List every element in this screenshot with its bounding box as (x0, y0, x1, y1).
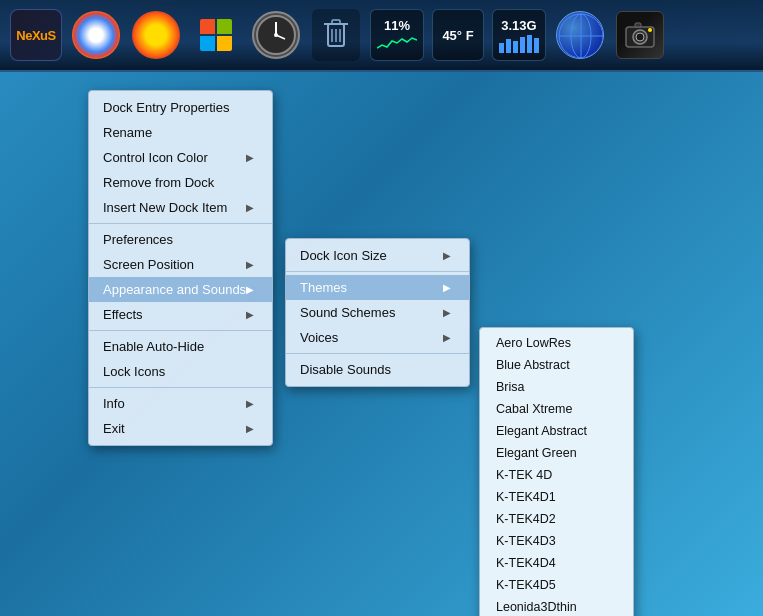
temp-widget[interactable]: 45° F (432, 9, 484, 61)
submenu-voices[interactable]: Voices ▶ (286, 325, 469, 350)
submenu-arrow: ▶ (246, 309, 254, 320)
themes-submenu: Aero LowResBlue AbstractBrisaCabal Xtrem… (479, 327, 634, 616)
themes-list-item[interactable]: Cabal Xtreme (480, 398, 633, 420)
clock-icon[interactable] (250, 9, 302, 61)
themes-list-item[interactable]: Elegant Abstract (480, 420, 633, 442)
globe-icon[interactable] (554, 9, 606, 61)
svg-rect-12 (513, 41, 518, 53)
network-value: 3.13G (501, 18, 536, 33)
separator-a2 (286, 353, 469, 354)
trash-icon[interactable] (310, 9, 362, 61)
firefox-icon[interactable] (130, 9, 182, 61)
themes-list-item[interactable]: Brisa (480, 376, 633, 398)
submenu-arrow: ▶ (443, 282, 451, 293)
menu-lock-icons[interactable]: Lock Icons (89, 359, 272, 384)
network-widget[interactable]: 3.13G (492, 9, 546, 61)
themes-list-item[interactable]: Elegant Green (480, 442, 633, 464)
svg-rect-11 (506, 39, 511, 53)
menu-control-icon-color[interactable]: Control Icon Color ▶ (89, 145, 272, 170)
menu-appearance-and-sounds[interactable]: Appearance and Sounds ▶ (89, 277, 272, 302)
dock-bar: NeXuS (0, 0, 763, 72)
svg-rect-23 (635, 23, 641, 27)
submenu-arrow: ▶ (246, 202, 254, 213)
submenu-arrow: ▶ (443, 250, 451, 261)
themes-list-item[interactable]: K-TEK4D3 (480, 530, 633, 552)
submenu-disable-sounds[interactable]: Disable Sounds (286, 357, 469, 382)
menu-remove-from-dock[interactable]: Remove from Dock (89, 170, 272, 195)
menu-dock-entry-props[interactable]: Dock Entry Properties (89, 95, 272, 120)
submenu-arrow: ▶ (246, 398, 254, 409)
themes-list-item[interactable]: Blue Abstract (480, 354, 633, 376)
themes-list-item[interactable]: Aero LowRes (480, 332, 633, 354)
themes-list-item[interactable]: K-TEK4D5 (480, 574, 633, 596)
submenu-sound-schemes[interactable]: Sound Schemes ▶ (286, 300, 469, 325)
separator-2 (89, 330, 272, 331)
nexus-logo-icon[interactable]: NeXuS (10, 9, 62, 61)
menu-exit[interactable]: Exit ▶ (89, 416, 272, 441)
svg-rect-15 (534, 38, 539, 53)
cpu-value: 11% (384, 18, 410, 33)
submenu-themes[interactable]: Themes ▶ (286, 275, 469, 300)
cpu-widget[interactable]: 11% (370, 9, 424, 61)
svg-point-24 (648, 28, 652, 32)
menu-effects[interactable]: Effects ▶ (89, 302, 272, 327)
appearance-submenu: Dock Icon Size ▶ Themes ▶ Sound Schemes … (285, 238, 470, 387)
svg-point-3 (274, 33, 278, 37)
submenu-arrow: ▶ (443, 332, 451, 343)
temp-value: 45° F (442, 28, 473, 43)
svg-rect-10 (499, 43, 504, 53)
themes-list-item[interactable]: K-TEK4D1 (480, 486, 633, 508)
themes-list-item[interactable]: K-TEK 4D (480, 464, 633, 486)
menu-screen-position[interactable]: Screen Position ▶ (89, 252, 272, 277)
svg-point-22 (636, 33, 644, 41)
separator-1 (89, 223, 272, 224)
menu-enable-autohide[interactable]: Enable Auto-Hide (89, 334, 272, 359)
themes-list-item[interactable]: Leonida3Dthin (480, 596, 633, 616)
submenu-arrow: ▶ (246, 284, 254, 295)
submenu-arrow: ▶ (246, 259, 254, 270)
submenu-arrow: ▶ (246, 423, 254, 434)
separator-3 (89, 387, 272, 388)
svg-rect-14 (527, 35, 532, 53)
themes-list-item[interactable]: K-TEK4D4 (480, 552, 633, 574)
separator-a1 (286, 271, 469, 272)
windows-icon[interactable] (190, 9, 242, 61)
main-context-menu: Dock Entry Properties Rename Control Ico… (88, 90, 273, 446)
menu-insert-new-dock-item[interactable]: Insert New Dock Item ▶ (89, 195, 272, 220)
submenu-arrow: ▶ (443, 307, 451, 318)
submenu-arrow: ▶ (246, 152, 254, 163)
themes-list-item[interactable]: K-TEK4D2 (480, 508, 633, 530)
menu-info[interactable]: Info ▶ (89, 391, 272, 416)
menu-preferences[interactable]: Preferences (89, 227, 272, 252)
chrome-icon[interactable] (70, 9, 122, 61)
submenu-dock-icon-size[interactable]: Dock Icon Size ▶ (286, 243, 469, 268)
svg-rect-6 (332, 20, 340, 24)
menu-rename[interactable]: Rename (89, 120, 272, 145)
camera-icon[interactable] (614, 9, 666, 61)
svg-rect-13 (520, 37, 525, 53)
